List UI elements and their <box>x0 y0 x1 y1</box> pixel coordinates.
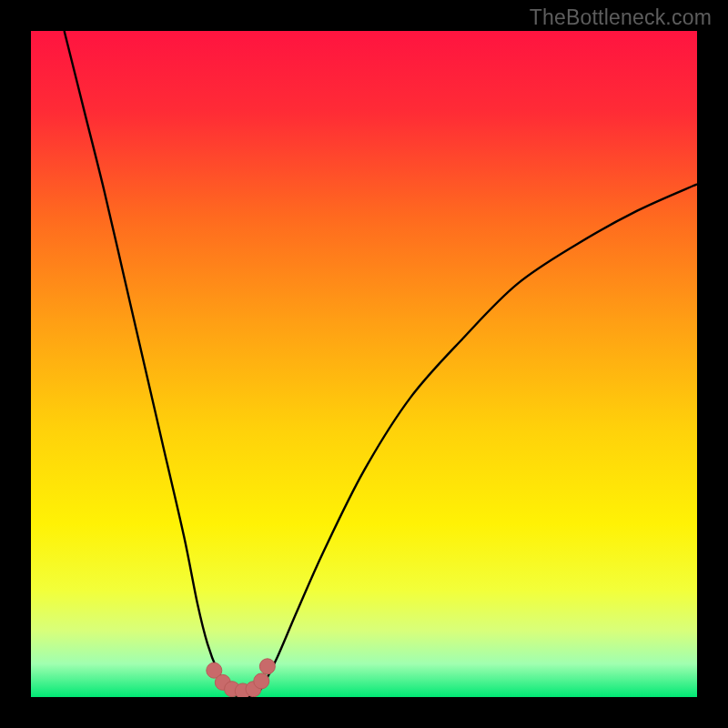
gradient-background <box>31 31 697 697</box>
marker-dot <box>254 673 269 689</box>
chart-frame: TheBottleneck.com <box>0 0 728 728</box>
watermark-text: TheBottleneck.com <box>530 5 712 30</box>
marker-dot <box>259 659 275 674</box>
bottleneck-curve-chart <box>31 31 697 697</box>
plot-area <box>31 31 697 697</box>
